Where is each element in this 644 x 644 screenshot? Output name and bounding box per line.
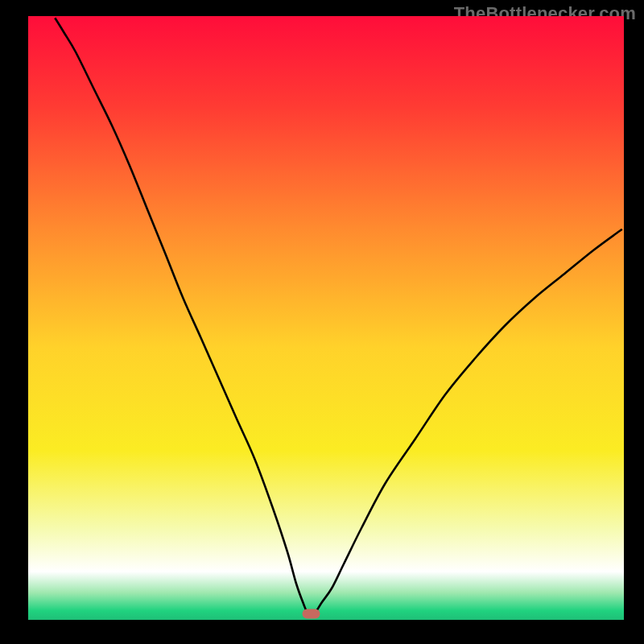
gradient-background [28,16,624,620]
chart-frame: TheBottlenecker.com [0,0,644,644]
bottleneck-chart [0,0,644,644]
optimal-marker [303,609,320,619]
